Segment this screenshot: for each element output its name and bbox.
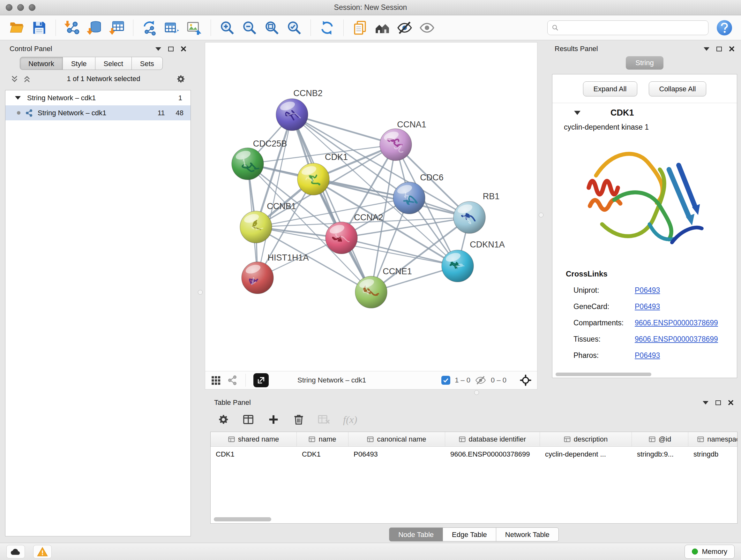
new-network-from-selection-button[interactable] bbox=[140, 18, 159, 38]
splitter-handle[interactable] bbox=[539, 212, 543, 217]
panel-collapse-icon[interactable] bbox=[703, 401, 709, 405]
splitter-handle[interactable] bbox=[474, 390, 479, 395]
table-row[interactable]: CDK1CDK1P064939606.ENSP00000378699cyclin… bbox=[211, 447, 737, 462]
tab-string[interactable]: String bbox=[626, 56, 663, 70]
splitter-handle[interactable] bbox=[198, 290, 203, 295]
crosslink-value[interactable]: P06493 bbox=[635, 302, 660, 311]
export-view-button[interactable] bbox=[253, 373, 269, 387]
expand-all-icon[interactable] bbox=[23, 75, 31, 83]
network-node-cdc6[interactable]: CDC6 bbox=[393, 173, 444, 214]
network-node-ccnb2[interactable]: CCNB2 bbox=[276, 88, 323, 131]
import-network-file-button[interactable] bbox=[62, 18, 82, 38]
table-cell[interactable]: stringdb:9... bbox=[632, 450, 688, 458]
gear-icon[interactable] bbox=[217, 414, 229, 426]
search-input[interactable] bbox=[562, 23, 704, 32]
column-header[interactable]: @id bbox=[632, 432, 688, 446]
table-cell[interactable]: stringdb bbox=[688, 450, 738, 458]
birdseye-view-icon[interactable] bbox=[227, 375, 238, 386]
open-session-button[interactable] bbox=[7, 18, 27, 38]
column-header[interactable]: namespac bbox=[688, 432, 738, 446]
apply-layout-button[interactable] bbox=[317, 18, 337, 38]
crosslink-value[interactable]: 9606.ENSP00000378699 bbox=[635, 319, 718, 327]
table-cell[interactable]: cyclin-dependent ... bbox=[540, 450, 632, 458]
crosslink-value[interactable]: 9606.ENSP00000378699 bbox=[635, 335, 718, 344]
network-overview-button[interactable] bbox=[373, 18, 392, 38]
import-table-button[interactable] bbox=[107, 18, 127, 38]
zoom-fit-button[interactable] bbox=[262, 18, 282, 38]
network-node-rb1[interactable]: RB1 bbox=[454, 192, 499, 233]
table-cell[interactable]: CDK1 bbox=[297, 450, 348, 458]
import-network-database-button[interactable] bbox=[84, 18, 105, 38]
column-header[interactable]: name bbox=[297, 432, 348, 446]
eye-slash-icon bbox=[397, 20, 413, 36]
network-canvas[interactable]: CCNB2CCNA1CDC25BCDK1CDC6RB1CCNB1CCNA2CDK… bbox=[205, 43, 537, 371]
tab-node-table[interactable]: Node Table bbox=[389, 527, 443, 542]
network-node-cdk1[interactable]: CDK1 bbox=[297, 152, 348, 195]
tab-edge-table[interactable]: Edge Table bbox=[443, 527, 496, 542]
crosslink-value[interactable]: P06493 bbox=[635, 286, 660, 295]
selected-checkbox[interactable] bbox=[441, 376, 450, 385]
crosshair-icon[interactable] bbox=[519, 374, 532, 387]
save-session-button[interactable] bbox=[29, 18, 49, 38]
warnings-button[interactable] bbox=[33, 545, 52, 558]
table-cell[interactable]: P06493 bbox=[348, 450, 445, 458]
tree-expander-icon[interactable] bbox=[15, 96, 21, 100]
table-cell[interactable]: CDK1 bbox=[211, 450, 297, 458]
clear-table-icon[interactable] bbox=[318, 414, 330, 426]
show-all-button[interactable] bbox=[417, 18, 437, 38]
panel-float-icon[interactable] bbox=[717, 47, 722, 51]
add-column-icon[interactable] bbox=[267, 413, 280, 426]
column-header[interactable]: description bbox=[540, 432, 632, 446]
panel-close-icon[interactable] bbox=[181, 46, 186, 52]
crosslink-row: Pharos: P06493 bbox=[552, 351, 737, 360]
table-scrollbar-thumb[interactable] bbox=[214, 517, 271, 521]
delete-icon[interactable] bbox=[293, 414, 305, 426]
collapse-all-button[interactable]: Collapse All bbox=[649, 81, 706, 97]
network-node-ccne1[interactable]: CCNE1 bbox=[355, 266, 412, 308]
function-builder-icon[interactable]: f(x) bbox=[343, 414, 357, 426]
crosslink-label: Compartments: bbox=[574, 319, 635, 327]
zoom-out-button[interactable] bbox=[240, 18, 259, 38]
network-collection-row[interactable]: String Network – cdk1 1 bbox=[5, 90, 191, 105]
node-label: CCNA2 bbox=[354, 212, 383, 222]
network-node-ccnb1[interactable]: CCNB1 bbox=[240, 201, 296, 243]
export-table-button[interactable] bbox=[162, 18, 182, 38]
column-header[interactable]: database identifier bbox=[445, 432, 540, 446]
zoom-out-icon bbox=[242, 20, 258, 36]
gear-icon[interactable] bbox=[176, 74, 186, 84]
hide-selected-button[interactable] bbox=[395, 18, 414, 38]
duplicate-document-button[interactable] bbox=[350, 18, 370, 38]
tab-select[interactable]: Select bbox=[95, 57, 132, 70]
collapse-all-icon[interactable] bbox=[10, 75, 19, 83]
panel-collapse-icon[interactable] bbox=[704, 47, 710, 51]
network-node-hist1h1a[interactable]: HIST1H1A bbox=[242, 253, 309, 294]
table-cell[interactable]: 9606.ENSP00000378699 bbox=[445, 450, 540, 458]
panel-close-icon[interactable] bbox=[729, 46, 735, 52]
show-columns-icon[interactable] bbox=[242, 414, 254, 426]
memory-button[interactable]: Memory bbox=[684, 545, 735, 559]
panel-float-icon[interactable] bbox=[168, 47, 174, 51]
network-node-cdkn1a[interactable]: CDKN1A bbox=[442, 240, 505, 282]
panel-close-icon[interactable] bbox=[728, 400, 734, 406]
crosslink-value[interactable]: P06493 bbox=[635, 351, 660, 360]
grid-view-icon[interactable] bbox=[210, 375, 221, 386]
help-button[interactable] bbox=[717, 20, 732, 36]
column-header[interactable]: canonical name bbox=[348, 432, 445, 446]
search-field[interactable] bbox=[547, 20, 709, 35]
zoom-selected-button[interactable] bbox=[284, 18, 304, 38]
expand-all-button[interactable]: Expand All bbox=[583, 81, 637, 97]
cloud-button[interactable] bbox=[6, 545, 25, 558]
column-header[interactable]: shared name bbox=[211, 432, 297, 446]
panel-collapse-icon[interactable] bbox=[155, 47, 161, 51]
tab-sets[interactable]: Sets bbox=[132, 57, 163, 70]
zoom-in-button[interactable] bbox=[217, 18, 237, 38]
tab-style[interactable]: Style bbox=[63, 57, 95, 70]
panel-float-icon[interactable] bbox=[716, 400, 721, 405]
protein-collapse-icon[interactable] bbox=[574, 111, 581, 115]
network-node-ccna1[interactable]: CCNA1 bbox=[380, 120, 426, 161]
tab-network[interactable]: Network bbox=[20, 57, 63, 70]
results-scrollbar-thumb[interactable] bbox=[556, 373, 651, 376]
network-row[interactable]: String Network – cdk1 11 48 bbox=[5, 105, 191, 120]
export-image-button[interactable] bbox=[185, 18, 204, 38]
tab-network-table[interactable]: Network Table bbox=[496, 527, 559, 542]
